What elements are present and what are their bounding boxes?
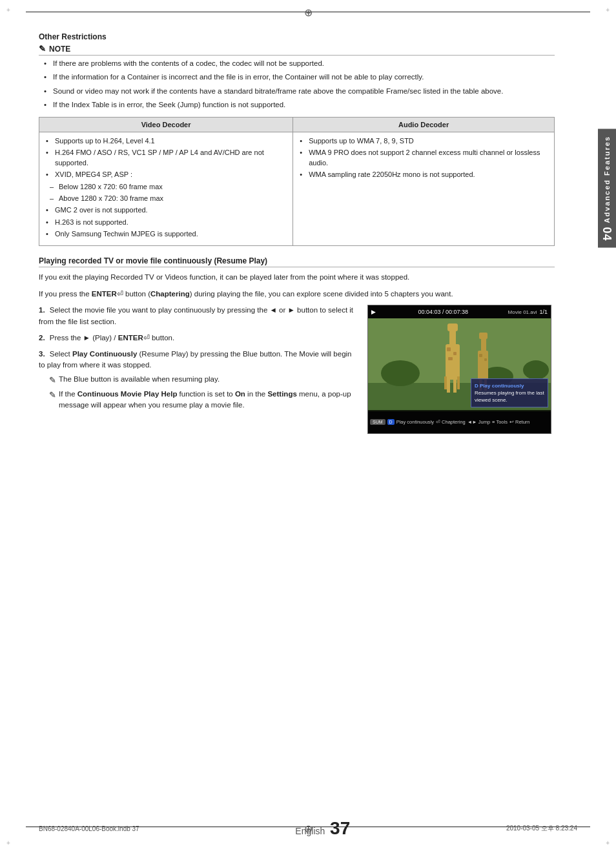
tv-popup-box: D Play continuously Resumes playing from… [471,378,548,408]
tv-popup-text: Resumes playing from the last viewed sce… [475,389,544,404]
corner-mark-bottom-right: + [606,839,610,847]
audio-decoder-list: Supports up to WMA 7, 8, 9, STD WMA 9 PR… [300,136,548,180]
svg-rect-17 [479,333,488,339]
svg-rect-11 [457,376,460,389]
video-item-6: GMC 2 over is not supported. [46,205,286,215]
step-3-note2: ✎ If the Continuous Movie Play Help func… [49,389,357,411]
tv-page-num: 1/1 [539,309,548,315]
page-number: 37 [330,818,350,838]
playing-right: ▶ 00:04:03 / 00:07:38 Movie 01.avi 1/1 [367,305,555,434]
video-item-3: XVID, MPEG4 SP, ASP : [46,170,286,180]
svg-rect-7 [447,324,458,331]
chapter-number: 04 [601,227,614,241]
svg-rect-14 [448,357,453,360]
corner-mark-bottom-left: + [6,839,10,847]
tv-label-chaptering: ⏎ Chaptering [436,419,466,425]
audio-item-1: Supports up to WMA 7, 8, 9, STD [300,136,548,146]
decoder-table: Video Decoder Audio Decoder Supports up … [39,117,555,246]
playing-left: 1. Select the movie file you want to pla… [39,305,357,434]
tv-timecode: 00:04:03 / 00:07:38 [378,309,508,315]
tv-bottom-bar: SUM D Play continuously ⏎ Chaptering ◄► … [368,410,551,433]
english-label: English [295,826,325,836]
note-list: If there are problems with the contents … [39,58,555,110]
audio-decoder-cell: Supports up to WMA 7, 8, 9, STD WMA 9 PR… [293,132,555,246]
main-content: Other Restrictions ✎ NOTE If there are p… [39,26,577,434]
side-tab: 04 Advanced Features [598,129,616,248]
tv-label-play: Play continuously [396,419,434,425]
video-item-5: Above 1280 x 720: 30 frame max [46,194,286,203]
playing-content: 1. Select the movie file you want to pla… [39,305,555,434]
note-item-2: If the information for a Container is in… [44,72,555,83]
page-wrapper: + + + + ⊕ 04 Advanced Features Other Res… [0,0,616,853]
svg-rect-20 [479,354,482,357]
video-decoder-header: Video Decoder [39,118,293,132]
svg-rect-16 [481,336,486,356]
tv-filename: Movie 01.avi [508,309,537,315]
svg-rect-13 [453,352,457,355]
note-item-4: If the Index Table is in error, the Seek… [44,99,555,110]
svg-rect-10 [444,376,447,389]
tv-btn-sum: SUM [370,419,385,425]
audio-decoder-header: Audio Decoder [293,118,555,132]
svg-rect-21 [484,358,487,361]
svg-point-2 [381,360,420,386]
note-item-1: If there are problems with the contents … [44,58,555,69]
tv-label-jump: ◄► Jump [467,419,490,425]
svg-rect-9 [453,376,457,393]
svg-rect-8 [447,376,450,393]
tv-header-bar: ▶ 00:04:03 / 00:07:38 Movie 01.avi 1/1 [368,305,551,318]
steps-list: 1. Select the movie file you want to pla… [39,305,357,411]
svg-rect-12 [447,347,451,351]
other-restrictions-heading: Other Restrictions [39,32,555,41]
note-item-3: Sound or video may not work if the conte… [44,86,555,97]
playing-intro1: If you exit the playing Recorded TV or V… [39,271,555,283]
tv-screenshot: ▶ 00:04:03 / 00:07:38 Movie 01.avi 1/1 [367,305,551,434]
step-3-note2-text: If the Continuous Movie Play Help functi… [59,389,357,411]
note-icon: ✎ [39,44,46,54]
step-2: 2. Press the ► (Play) / ENTER⏎ button. [39,333,357,344]
video-decoder-list: Supports up to H.264, Level 4.1 H.264 FM… [46,136,286,240]
note-title: NOTE [49,45,70,54]
note-inline-icon-2: ✎ [49,389,56,402]
playing-section-heading: Playing recorded TV or movie file contin… [39,256,555,267]
video-item-7: H.263 is not supported. [46,218,286,227]
footer-right: 2010-03-05 오후 8:23:24 [506,824,577,833]
page-number-display: English 37 [295,818,350,839]
video-item-8: Only Samsung Techwin MJPEG is supported. [46,229,286,239]
corner-mark-top-right: + [606,6,610,14]
video-decoder-cell: Supports up to H.264, Level 4.1 H.264 FM… [39,132,293,246]
tv-label-tools: ≡ Tools [492,419,508,425]
step-3-text: Select Play Continuously (Resume Play) b… [39,350,351,369]
svg-point-4 [523,360,549,380]
chapter-title: Advanced Features [603,136,611,223]
step-3-note1-text: The Blue button is available when resumi… [59,374,220,385]
audio-item-2: WMA 9 PRO does not support 2 channel exc… [300,148,548,168]
step-3: 3. Select Play Continuously (Resume Play… [39,349,357,411]
playing-intro2: If you press the ENTER⏎ button (Chapteri… [39,288,555,300]
bottom-footer: BN68-02840A-00L06-Book.indb 37 English 3… [39,818,577,839]
video-item-1: Supports up to H.264, Level 4.1 [46,136,286,146]
note-block: ✎ NOTE If there are problems with the co… [39,44,555,110]
corner-mark-top-left: + [6,6,10,14]
audio-item-3: WMA sampling rate 22050Hz mono is not su… [300,170,548,180]
step-2-text: Press the ► (Play) / ENTER⏎ button. [50,334,174,342]
video-item-2: H.264 FMO / ASO / RS, VC1 SP / MP / AP L… [46,148,286,168]
tv-btn-play: D [387,419,395,425]
note-inline-icon-1: ✎ [49,374,56,387]
tv-label-return: ↩ Return [509,419,530,425]
step-3-num: 3. [39,350,45,358]
crosshair-top: ⊕ [304,6,313,19]
tv-popup-title: D Play continuously [475,382,544,389]
footer-left: BN68-02840A-00L06-Book.indb 37 [39,825,139,832]
video-item-4: Below 1280 x 720: 60 frame max [46,182,286,192]
svg-rect-6 [449,328,456,351]
step-1-text: Select the movie file you want to play c… [39,306,353,325]
tv-play-icon: ▶ [371,309,376,315]
step-1-num: 1. [39,306,45,314]
note-label: ✎ NOTE [39,44,555,56]
step-2-num: 2. [39,334,45,342]
step-1: 1. Select the movie file you want to pla… [39,305,357,327]
step-3-note1: ✎ The Blue button is available when resu… [49,374,357,387]
